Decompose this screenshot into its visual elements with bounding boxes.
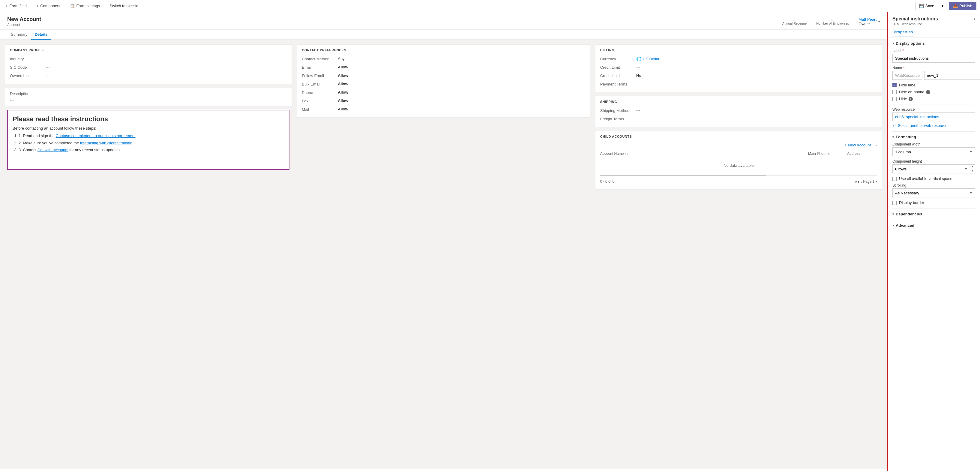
annual-revenue-value-label: --- — [782, 18, 807, 22]
hide-info-icon[interactable]: i — [908, 97, 913, 101]
advanced-label: Advanced — [896, 223, 914, 228]
ownership-label: Ownership — [10, 73, 46, 78]
owner-name[interactable]: Matt Peart — [859, 17, 877, 22]
main-layout: New Account Account --- Annual Revenue -… — [0, 12, 980, 471]
formatting-header[interactable]: ▾ Formatting — [892, 135, 975, 139]
email-value[interactable]: Allow — [338, 65, 585, 69]
mail-value[interactable]: Allow — [338, 107, 585, 111]
hide-phone-info-icon[interactable]: i — [926, 90, 930, 94]
save-button[interactable]: 💾 Save — [915, 2, 938, 10]
label-field-label: Label * — [892, 49, 975, 53]
display-options-header[interactable]: ▾ Display options — [892, 41, 975, 46]
child-accounts-header: + New Account ⋯ — [600, 141, 877, 148]
height-decrement-button[interactable]: ▼ — [970, 169, 975, 173]
item3-link[interactable]: Jim with accounts — [38, 148, 68, 152]
panel-close-button[interactable]: › — [974, 16, 975, 22]
display-border-checkbox[interactable] — [892, 201, 897, 205]
shipping-method-label: Shipping Method — [600, 108, 636, 113]
plus-icon3: + — [845, 143, 847, 147]
currency-value-text: US Dollar — [643, 57, 660, 61]
component-width-select[interactable]: 1 column 2 columns — [892, 147, 975, 156]
bulk-email-value[interactable]: Allow — [338, 81, 585, 86]
name-value-input[interactable] — [924, 71, 980, 80]
freight-terms-value[interactable]: --- — [636, 116, 877, 121]
height-increment-button[interactable]: ▲ — [970, 165, 975, 169]
hide-text: Hide i — [899, 97, 913, 101]
fax-value[interactable]: Allow — [338, 99, 585, 103]
scrolling-select[interactable]: As Necessary Always Never — [892, 188, 975, 197]
currency-value[interactable]: 🌐 US Dollar — [636, 56, 877, 61]
scrolling-group: Scrolling As Necessary Always Never — [892, 183, 975, 197]
component-height-select[interactable]: 6 rows 4 rows 8 rows — [892, 164, 970, 173]
phone-value[interactable]: Allow — [338, 90, 585, 94]
dependencies-header[interactable]: ▾ Dependencies — [892, 212, 975, 216]
panel-title-area: Special instructions HTML web resource — [892, 16, 938, 26]
company-profile-section: COMPANY PROFILE Industry --- SIC Code --… — [5, 45, 292, 84]
item2-link[interactable]: Interacting with clients training — [80, 141, 132, 145]
owner-chevron-icon[interactable]: ▾ — [878, 20, 880, 24]
owner-meta: Matt Peart Owner ▾ — [859, 17, 880, 26]
label-required: * — [902, 49, 904, 53]
plus-icon: + — [5, 3, 8, 8]
phone-sort-icon[interactable]: ↑↓ — [827, 152, 830, 155]
save-dropdown-button[interactable]: ▾ — [939, 2, 947, 10]
email-row: Email Allow — [302, 63, 585, 72]
switch-classic-item[interactable]: Switch to classic — [108, 3, 140, 8]
advanced-header[interactable]: ▾ Advanced — [892, 223, 975, 228]
contact-method-label: Contact Method — [302, 56, 338, 61]
prev-page-button[interactable]: ‹ — [861, 179, 862, 184]
label-input[interactable] — [892, 54, 975, 63]
tab-summary[interactable]: Summary — [7, 30, 31, 40]
sort-icon[interactable]: ↑↓ — [625, 152, 628, 155]
new-account-button[interactable]: + New Account — [845, 143, 871, 147]
save-chevron-icon: ▾ — [942, 3, 944, 8]
component-item[interactable]: + Component — [35, 3, 62, 8]
hide-label-checkbox[interactable] — [892, 83, 897, 87]
phone-label: Phone — [302, 90, 338, 95]
ownership-value[interactable]: --- — [46, 73, 287, 78]
dependencies-section: ▾ Dependencies — [892, 212, 975, 216]
page-label: Page 1 — [863, 180, 874, 184]
credit-limit-value[interactable]: --- — [636, 65, 877, 69]
panel-tabs: Properties — [888, 27, 980, 38]
panel-tab-properties[interactable]: Properties — [892, 27, 914, 37]
account-meta: --- Annual Revenue --- Number of Employe… — [782, 17, 880, 26]
web-resource-name[interactable]: crfb6_special-instructions — [895, 115, 939, 119]
follow-email-value[interactable]: Allow — [338, 73, 585, 78]
employees-field-label: Number of Employees — [816, 22, 849, 25]
publish-button[interactable]: 📤 Publish — [949, 2, 977, 10]
hide-checkbox[interactable] — [892, 97, 897, 101]
company-profile-title: COMPANY PROFILE — [10, 48, 287, 52]
more-options-icon[interactable]: ⋯ — [873, 143, 877, 147]
payment-terms-value[interactable]: --- — [636, 81, 877, 86]
contact-method-value[interactable]: Any — [338, 56, 585, 61]
first-page-button[interactable]: ⏮ — [855, 179, 859, 184]
web-resource-more-button[interactable]: ⋯ — [968, 114, 972, 120]
follow-email-row: Follow Email Allow — [302, 72, 585, 80]
description-value[interactable]: --- — [10, 98, 287, 102]
phone-row: Phone Allow — [302, 89, 585, 97]
dependencies-chevron-icon: ▾ — [892, 212, 894, 216]
form-field-item[interactable]: + Form field — [3, 3, 29, 8]
use-vertical-label: Use all available vertical space — [899, 177, 952, 181]
next-page-button[interactable]: › — [876, 179, 877, 184]
sic-value[interactable]: --- — [46, 65, 287, 69]
use-vertical-checkbox[interactable] — [892, 177, 897, 181]
item2-pre: 2. Make sure you've completed the — [19, 141, 80, 145]
credit-hold-value[interactable]: No — [636, 73, 877, 78]
employees-meta[interactable]: --- Number of Employees — [816, 18, 849, 25]
annual-revenue-meta[interactable]: --- Annual Revenue — [782, 18, 807, 25]
shipping-method-value[interactable]: --- — [636, 108, 877, 113]
component-width-group: Component width 1 column 2 columns — [892, 142, 975, 156]
col-name-label: Account Name — [600, 151, 624, 156]
payment-terms-label: Payment Terms — [600, 81, 636, 86]
industry-value[interactable]: --- — [46, 56, 287, 61]
name-row — [892, 71, 975, 80]
item1-link[interactable]: Contoso commitment to our clients agreem… — [56, 134, 135, 138]
hide-phone-checkbox[interactable] — [892, 90, 897, 94]
select-web-resource-item[interactable]: ⇄ Select another web resource — [892, 123, 975, 128]
tab-details[interactable]: Details — [31, 30, 51, 40]
hide-row: Hide i — [892, 97, 975, 101]
form-settings-item[interactable]: 📋 Form settings — [68, 3, 102, 8]
item1-post: . — [135, 134, 137, 138]
